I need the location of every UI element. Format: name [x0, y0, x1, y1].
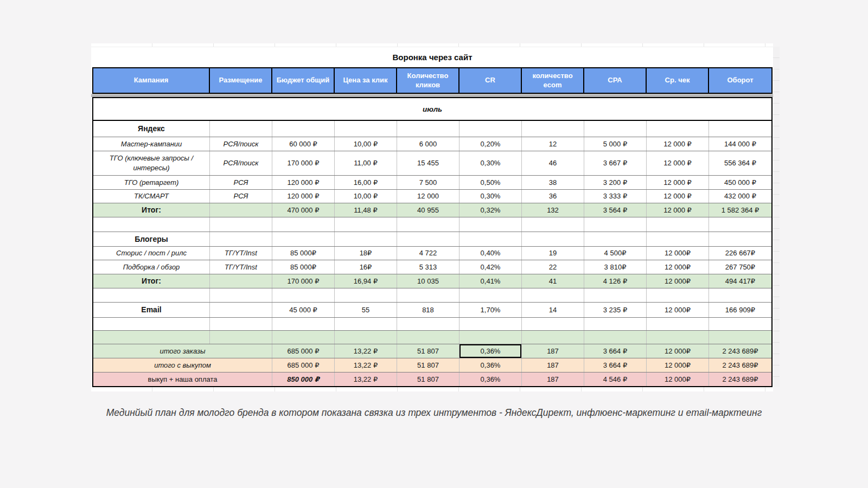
table-cell[interactable]: [397, 217, 459, 232]
sheet-title[interactable]: Воронка через сайт: [92, 47, 773, 67]
table-cell[interactable]: [397, 232, 459, 246]
table-cell[interactable]: [584, 331, 647, 344]
table-cell[interactable]: [459, 232, 522, 246]
header-cell[interactable]: CPA: [584, 68, 647, 93]
table-cell[interactable]: 0,42%: [459, 260, 522, 274]
table-cell[interactable]: [272, 217, 335, 232]
table-cell[interactable]: 36: [522, 190, 584, 203]
row-label-cell[interactable]: итого с выкупом: [93, 358, 272, 372]
table-cell[interactable]: 3 664 ₽: [584, 344, 647, 358]
table-cell[interactable]: [335, 331, 397, 344]
table-cell[interactable]: 12 000 ₽: [647, 176, 709, 189]
table-cell[interactable]: [647, 217, 709, 232]
table-cell[interactable]: 120 000 ₽: [272, 190, 335, 203]
row-label-cell[interactable]: Яндекс: [93, 121, 210, 137]
table-cell[interactable]: [210, 121, 272, 137]
row-label-cell[interactable]: [93, 288, 210, 302]
table-cell[interactable]: 3 200 ₽: [584, 176, 647, 189]
table-cell[interactable]: 10,00 ₽: [335, 190, 397, 203]
header-cell[interactable]: Бюджет общий: [272, 68, 335, 93]
table-cell[interactable]: 45 000 ₽: [272, 303, 335, 317]
table-cell[interactable]: 166 909₽: [709, 303, 771, 317]
table-cell[interactable]: 11,00 ₽: [335, 151, 397, 175]
table-cell[interactable]: 15 455: [397, 151, 459, 175]
table-cell[interactable]: 13,22 ₽: [335, 373, 397, 386]
header-cell[interactable]: Оборот: [709, 68, 771, 93]
table-cell[interactable]: 170 000 ₽: [272, 274, 335, 288]
table-cell[interactable]: [459, 331, 522, 344]
row-label-cell[interactable]: Сторис / пост / рилс: [93, 247, 210, 260]
table-cell[interactable]: 0,41%: [459, 274, 522, 288]
table-cell[interactable]: 4 722: [397, 247, 459, 260]
table-cell[interactable]: 85 000₽: [272, 260, 335, 274]
table-cell[interactable]: [709, 232, 771, 246]
table-cell[interactable]: [459, 288, 522, 302]
table-cell[interactable]: [647, 232, 709, 246]
row-label-cell[interactable]: Email: [93, 303, 210, 317]
table-cell[interactable]: 0,50%: [459, 176, 522, 189]
table-cell[interactable]: 5 000 ₽: [584, 137, 647, 151]
header-cell[interactable]: Размещение: [210, 68, 272, 93]
table-cell[interactable]: 5 313: [397, 260, 459, 274]
table-cell[interactable]: 40 955: [397, 203, 459, 217]
table-cell[interactable]: [335, 318, 397, 330]
table-cell[interactable]: 4 500₽: [584, 247, 647, 260]
table-cell[interactable]: [397, 121, 459, 137]
row-label-cell[interactable]: Итог:: [93, 274, 210, 288]
header-cell[interactable]: Количество кликов: [397, 68, 459, 93]
table-cell[interactable]: 818: [397, 303, 459, 317]
table-cell[interactable]: ТГ/YT/Inst: [210, 260, 272, 274]
table-cell[interactable]: [397, 318, 459, 330]
table-cell[interactable]: 432 000 ₽: [709, 190, 771, 203]
table-cell[interactable]: 1,70%: [459, 303, 522, 317]
table-cell[interactable]: [272, 121, 335, 137]
table-cell[interactable]: 41: [522, 274, 584, 288]
row-label-cell[interactable]: выкуп + наша оплата: [93, 373, 272, 386]
table-cell[interactable]: РСЯ/поиск: [210, 137, 272, 151]
table-cell[interactable]: 1 582 364 ₽: [709, 203, 771, 217]
table-cell[interactable]: [335, 232, 397, 246]
table-cell[interactable]: [210, 217, 272, 232]
table-cell[interactable]: 3 333 ₽: [584, 190, 647, 203]
header-cell[interactable]: Цена за клик: [335, 68, 397, 93]
row-label-cell[interactable]: ТГО (ключевые запросы / интересы): [93, 151, 210, 175]
table-cell[interactable]: 3 667 ₽: [584, 151, 647, 175]
table-cell[interactable]: 12 000₽: [647, 344, 709, 358]
table-cell[interactable]: [210, 331, 272, 344]
header-cell[interactable]: Кампания: [93, 68, 210, 93]
table-cell[interactable]: [210, 288, 272, 302]
table-cell[interactable]: 2 243 689₽: [709, 358, 771, 372]
table-cell[interactable]: 2 243 689₽: [709, 373, 771, 386]
table-cell[interactable]: 12 000 ₽: [647, 190, 709, 203]
table-cell[interactable]: 12 000₽: [647, 260, 709, 274]
table-cell[interactable]: [647, 318, 709, 330]
table-cell[interactable]: 470 000 ₽: [272, 203, 335, 217]
table-cell[interactable]: 0,30%: [459, 151, 522, 175]
table-cell[interactable]: [522, 217, 584, 232]
table-cell[interactable]: 187: [522, 344, 584, 358]
table-cell[interactable]: [272, 331, 335, 344]
table-cell[interactable]: 144 000 ₽: [709, 137, 771, 151]
row-label-cell[interactable]: [93, 318, 210, 330]
table-cell[interactable]: [459, 217, 522, 232]
table-cell[interactable]: 12 000₽: [647, 274, 709, 288]
row-label-cell[interactable]: Итог:: [93, 203, 210, 217]
table-cell[interactable]: [709, 121, 771, 137]
table-cell[interactable]: 46: [522, 151, 584, 175]
table-cell[interactable]: 51 807: [397, 373, 459, 386]
header-cell[interactable]: количество ecom: [522, 68, 584, 93]
table-cell[interactable]: 12 000 ₽: [647, 151, 709, 175]
table-cell[interactable]: 685 000 ₽: [272, 344, 335, 358]
row-label-cell[interactable]: ТК/СМАРТ: [93, 190, 210, 203]
table-cell[interactable]: 556 364 ₽: [709, 151, 771, 175]
table-cell[interactable]: 6 000: [397, 137, 459, 151]
table-cell[interactable]: [709, 288, 771, 302]
table-cell[interactable]: [210, 232, 272, 246]
row-label-cell[interactable]: Подборка / обзор: [93, 260, 210, 274]
table-cell[interactable]: 14: [522, 303, 584, 317]
table-cell[interactable]: [210, 303, 272, 317]
table-cell[interactable]: 0,36%: [459, 358, 522, 372]
table-cell[interactable]: 12 000₽: [647, 303, 709, 317]
table-cell[interactable]: 13,22 ₽: [335, 344, 397, 358]
table-cell[interactable]: 12 000 ₽: [647, 137, 709, 151]
